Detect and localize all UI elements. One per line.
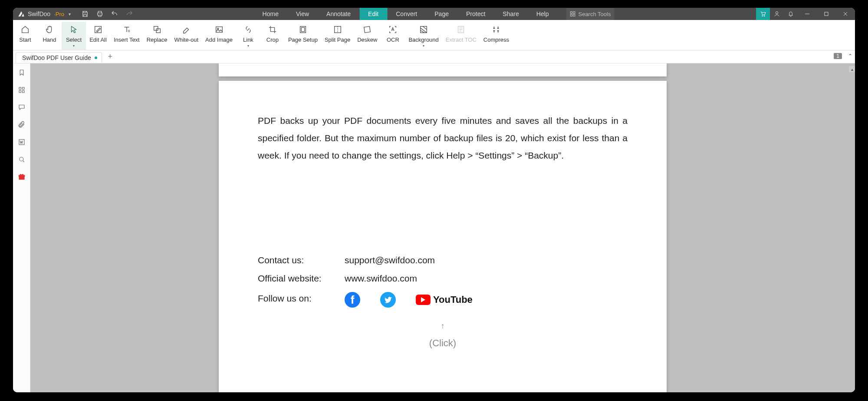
- close-button[interactable]: [836, 8, 855, 20]
- menu-home[interactable]: Home: [254, 8, 287, 20]
- svg-rect-12: [216, 27, 222, 33]
- chevron-down-icon: ▾: [247, 44, 249, 48]
- youtube-play-icon: [416, 295, 431, 305]
- tool-extract-toc: Extract TOC: [442, 22, 480, 50]
- tool-start[interactable]: Start: [13, 22, 37, 50]
- tool-edit-all[interactable]: Edit All: [86, 22, 110, 50]
- tool-link[interactable]: Link▾: [236, 22, 260, 50]
- menu-protect[interactable]: Protect: [457, 8, 494, 20]
- word-panel-button[interactable]: [17, 137, 26, 147]
- menu-convert[interactable]: Convert: [387, 8, 426, 20]
- tool-hand[interactable]: Hand: [37, 22, 62, 50]
- menu-view[interactable]: View: [287, 8, 318, 20]
- bookmarks-panel-button[interactable]: [17, 68, 26, 77]
- app-name: SwifDoo: [28, 10, 50, 17]
- contact-block: Contact us: support@swifdoo.com Official…: [258, 251, 628, 353]
- menu-share[interactable]: Share: [494, 8, 527, 20]
- comments-panel-button[interactable]: [17, 103, 26, 112]
- hint-arrow-icon: ↑: [258, 318, 628, 334]
- app-logo-icon: [17, 10, 25, 18]
- facebook-icon[interactable]: f: [345, 292, 360, 308]
- svg-rect-10: [154, 27, 158, 30]
- follow-label: Follow us on:: [258, 289, 345, 308]
- menu-edit[interactable]: Edit: [359, 8, 387, 20]
- search-panel-button[interactable]: [17, 155, 26, 164]
- tool-compress[interactable]: Compress: [480, 22, 513, 50]
- svg-rect-2: [570, 14, 572, 16]
- account-button[interactable]: [770, 8, 784, 20]
- contact-value: support@swifdoo.com: [345, 251, 435, 269]
- document-tab-title: SwifDoo PDF User Guide: [22, 54, 91, 61]
- twitter-icon[interactable]: [380, 292, 396, 308]
- collapse-ribbon-button[interactable]: ⌃: [848, 53, 852, 59]
- svg-rect-23: [22, 91, 24, 93]
- svg-rect-0: [570, 12, 572, 13]
- scroll-up-button[interactable]: ▴: [849, 66, 855, 72]
- website-label: Official website:: [258, 269, 345, 288]
- minimize-button[interactable]: [798, 8, 817, 20]
- tool-page-setup[interactable]: Page Setup: [285, 22, 321, 50]
- workspace: ▴ PDF backs up your PDF documents every …: [13, 63, 855, 392]
- document-tabstrip: SwifDoo PDF User Guide + 1 ⌃: [13, 50, 855, 63]
- search-tools-input[interactable]: Search Tools: [566, 8, 614, 20]
- tool-white-out[interactable]: White-out: [171, 22, 202, 50]
- tool-add-image[interactable]: Add Image: [202, 22, 236, 50]
- menu-help[interactable]: Help: [528, 8, 558, 20]
- svg-point-4: [762, 16, 763, 17]
- body-paragraph: PDF backs up your PDF documents every fi…: [258, 112, 628, 164]
- hint-text: (Click): [258, 334, 628, 353]
- svg-rect-20: [19, 87, 21, 89]
- attachments-panel-button[interactable]: [17, 120, 26, 129]
- website-value: www.swifdoo.com: [345, 269, 417, 288]
- tool-deskew[interactable]: Deskew: [354, 22, 381, 50]
- page-counter: 1: [834, 53, 842, 59]
- app-edition: ·Pro: [54, 11, 64, 17]
- tool-crop[interactable]: Crop: [260, 22, 285, 50]
- contact-label: Contact us:: [258, 251, 345, 269]
- menu-annotate[interactable]: Annotate: [318, 8, 359, 20]
- ribbon-toolbar: Start Hand Select▾ Edit All BInsert Text…: [13, 20, 855, 50]
- gift-button[interactable]: [17, 172, 26, 182]
- main-menu: Home View Annotate Edit Convert Page Pro…: [254, 8, 615, 20]
- window-controls: [756, 8, 855, 20]
- modified-dot-icon: [95, 56, 97, 59]
- svg-text:B: B: [128, 29, 130, 33]
- thumbnails-panel-button[interactable]: [17, 85, 26, 95]
- chevron-down-icon: ▾: [73, 44, 75, 48]
- tool-insert-text[interactable]: BInsert Text: [110, 22, 143, 50]
- chevron-down-icon: ▾: [423, 44, 424, 48]
- bell-button[interactable]: [784, 8, 798, 20]
- search-tools-placeholder: Search Tools: [578, 11, 611, 17]
- app-window: SwifDoo ·Pro ▾ Home View Annotate Edit C…: [13, 8, 855, 392]
- svg-rect-15: [301, 27, 304, 31]
- svg-rect-7: [825, 12, 828, 16]
- search-icon: [569, 11, 575, 17]
- svg-rect-17: [364, 27, 370, 33]
- undo-button[interactable]: [111, 10, 118, 18]
- app-brand[interactable]: SwifDoo ·Pro ▾: [13, 10, 75, 18]
- app-menu-dropdown-icon[interactable]: ▾: [69, 12, 71, 17]
- tool-background[interactable]: Background▾: [405, 22, 442, 50]
- tool-select[interactable]: Select▾: [62, 22, 86, 50]
- svg-point-5: [764, 16, 765, 17]
- document-page: PDF backs up your PDF documents every fi…: [219, 81, 667, 392]
- youtube-icon[interactable]: YouTube: [416, 290, 473, 309]
- maximize-button[interactable]: [817, 8, 836, 20]
- document-canvas[interactable]: ▴ PDF backs up your PDF documents every …: [30, 63, 855, 392]
- document-tab[interactable]: SwifDoo PDF User Guide: [16, 52, 102, 63]
- tool-ocr[interactable]: OCR: [381, 22, 405, 50]
- svg-rect-22: [19, 91, 21, 93]
- svg-rect-11: [156, 29, 160, 33]
- redo-button[interactable]: [125, 10, 133, 18]
- svg-point-25: [19, 157, 23, 161]
- cart-button[interactable]: [756, 8, 770, 20]
- print-button[interactable]: [96, 10, 104, 18]
- menu-page[interactable]: Page: [426, 8, 457, 20]
- new-tab-button[interactable]: +: [105, 50, 116, 63]
- social-icons: f YouTube: [345, 290, 473, 309]
- svg-rect-3: [573, 14, 575, 16]
- tool-replace[interactable]: Replace: [143, 22, 171, 50]
- click-hint: ↑ (Click): [258, 318, 628, 353]
- tool-split-page[interactable]: Split Page: [321, 22, 354, 50]
- save-button[interactable]: [81, 10, 89, 18]
